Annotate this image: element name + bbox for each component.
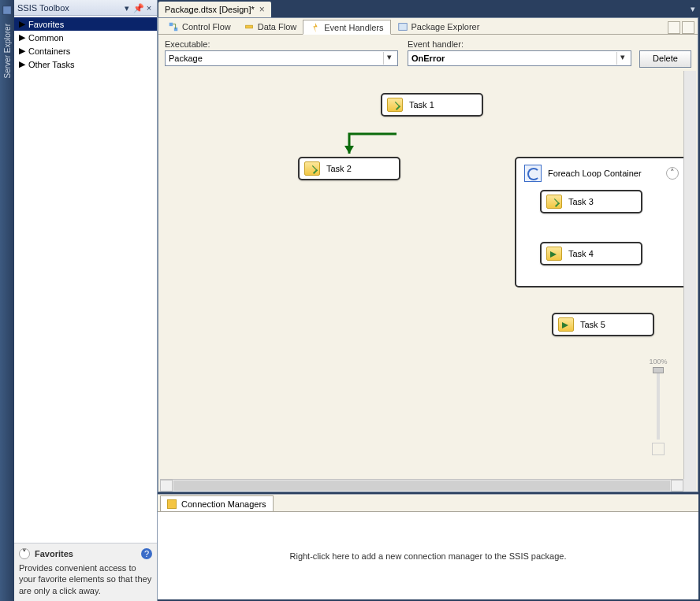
task-icon bbox=[546, 195, 562, 209]
toolbox-header: SSIS Toolbox ▾ 📌 × bbox=[14, 0, 157, 16]
toolbox-pin-icon[interactable]: 📌 bbox=[133, 3, 143, 13]
toolbox-description: ? ˅ Favorites Provides convenient access… bbox=[14, 543, 157, 601]
task-node-task2[interactable]: Task 2 bbox=[298, 157, 400, 180]
event-handler-value: OnError bbox=[411, 54, 445, 63]
event-handler-controls: Executable: Package ▾ Event handler: OnE… bbox=[158, 35, 698, 71]
cm-tab-strip: Connection Managers bbox=[158, 495, 698, 512]
task-node-task3[interactable]: Task 3 bbox=[540, 190, 642, 213]
svg-marker-5 bbox=[344, 146, 354, 154]
chevron-down-icon: ▾ bbox=[616, 52, 627, 65]
caret-icon: ▶ bbox=[19, 32, 25, 43]
tab-label: Control Flow bbox=[182, 22, 231, 32]
svg-rect-0 bbox=[3, 6, 12, 15]
control-flow-icon bbox=[168, 21, 179, 32]
task-label: Task 3 bbox=[568, 197, 594, 206]
desc-title: Favorites bbox=[35, 549, 73, 558]
close-icon[interactable]: × bbox=[259, 4, 265, 15]
designer-surface: Control Flow Data Flow Event Handlers Pa… bbox=[158, 17, 698, 492]
desc-text: Provides convenient access to your favor… bbox=[19, 562, 152, 596]
zoom-track[interactable] bbox=[657, 369, 660, 440]
foreach-loop-container[interactable]: Foreach Loop Container ˄ Task 3 Task 4 bbox=[515, 157, 688, 288]
task-node-task4[interactable]: Task 4 bbox=[540, 242, 642, 265]
designer-tab-strip: Control Flow Data Flow Event Handlers Pa… bbox=[158, 18, 698, 35]
scrollbar-vertical[interactable] bbox=[683, 71, 696, 479]
toolbox-title: SSIS Toolbox bbox=[17, 3, 69, 13]
toolbox-item-label: Other Tasks bbox=[28, 60, 75, 69]
document-tab-bar: Package.dtsx [Design]* × ▾ bbox=[158, 0, 700, 17]
task-node-task1[interactable]: Task 1 bbox=[381, 93, 483, 117]
zoom-thumb[interactable] bbox=[653, 367, 664, 373]
server-explorer-rail[interactable]: Server Explorer bbox=[0, 0, 14, 601]
event-handler-dropdown[interactable]: OnError ▾ bbox=[408, 50, 631, 66]
connection-managers-panel: Connection Managers Right-click here to … bbox=[158, 494, 698, 599]
task-label: Task 5 bbox=[580, 320, 605, 329]
collapse-icon[interactable]: ˄ bbox=[666, 167, 679, 180]
designer-canvas[interactable]: Task 1 Task 2 Foreach Loop Container ˄ bbox=[160, 71, 683, 479]
data-flow-icon bbox=[244, 21, 255, 32]
toolbox-tree: ▶ Favorites ▶ Common ▶ Containers ▶ Othe… bbox=[14, 16, 157, 543]
cm-tab-label: Connection Managers bbox=[181, 499, 266, 509]
toolbox-item-label: Favorites bbox=[28, 20, 64, 29]
executable-dropdown[interactable]: Package ▾ bbox=[165, 50, 398, 66]
collapse-icon[interactable]: ˅ bbox=[19, 548, 30, 559]
zoom-fit-icon[interactable] bbox=[652, 443, 665, 455]
help-icon[interactable]: ? bbox=[141, 548, 152, 559]
toolbox-item-label: Containers bbox=[28, 46, 70, 56]
svg-rect-4 bbox=[398, 23, 407, 30]
task-label: Task 4 bbox=[568, 249, 594, 258]
server-explorer-icon bbox=[2, 5, 13, 16]
main-area: Package.dtsx [Design]* × ▾ Control Flow … bbox=[158, 0, 700, 601]
executable-label: Executable: bbox=[165, 39, 398, 49]
document-tab-label: Package.dtsx [Design]* bbox=[165, 5, 255, 14]
toolbar-btn-1[interactable] bbox=[668, 21, 680, 34]
task-icon bbox=[387, 98, 403, 112]
task-icon bbox=[304, 161, 320, 176]
caret-icon: ▶ bbox=[19, 46, 25, 56]
svg-rect-3 bbox=[245, 25, 252, 28]
tab-overflow-icon[interactable]: ▾ bbox=[691, 4, 695, 14]
tab-data-flow[interactable]: Data Flow bbox=[237, 19, 303, 34]
task-icon bbox=[546, 247, 562, 261]
executable-value: Package bbox=[169, 54, 203, 63]
server-explorer-label: Server Explorer bbox=[3, 24, 12, 78]
delete-button-label: Delete bbox=[653, 54, 678, 63]
caret-icon: ▶ bbox=[19, 59, 25, 69]
toolbox-item-common[interactable]: ▶ Common bbox=[14, 31, 157, 44]
scroll-corner bbox=[683, 479, 696, 492]
cm-hint-text: Right-click here to add a new connection… bbox=[290, 551, 567, 561]
connection-manager-icon bbox=[167, 499, 177, 509]
foreach-loop-icon bbox=[524, 165, 542, 182]
scrollbar-horizontal[interactable] bbox=[160, 479, 683, 492]
document-tab[interactable]: Package.dtsx [Design]* × bbox=[158, 2, 271, 17]
event-handlers-icon bbox=[310, 22, 321, 33]
toolbox-item-other-tasks[interactable]: ▶ Other Tasks bbox=[14, 58, 157, 71]
event-handler-label: Event handler: bbox=[408, 39, 691, 49]
toolbox-close-icon[interactable]: × bbox=[144, 3, 154, 13]
tab-label: Package Explorer bbox=[411, 22, 480, 32]
tab-label: Data Flow bbox=[258, 22, 297, 32]
delete-button[interactable]: Delete bbox=[639, 50, 691, 68]
tab-label: Event Handlers bbox=[324, 23, 383, 32]
toolbar-btn-2[interactable] bbox=[682, 21, 694, 34]
task-label: Task 1 bbox=[409, 100, 434, 109]
tab-package-explorer[interactable]: Package Explorer bbox=[391, 19, 486, 34]
package-explorer-icon bbox=[397, 21, 408, 32]
toolbox-item-containers[interactable]: ▶ Containers bbox=[14, 44, 157, 58]
zoom-control[interactable]: 100% bbox=[649, 358, 668, 455]
canvas-viewport: Task 1 Task 2 Foreach Loop Container ˄ bbox=[160, 71, 696, 492]
container-label: Foreach Loop Container bbox=[548, 169, 642, 178]
task-label: Task 2 bbox=[326, 164, 352, 173]
tab-control-flow[interactable]: Control Flow bbox=[162, 19, 237, 34]
toolbox-dropdown-icon[interactable]: ▾ bbox=[122, 3, 132, 13]
chevron-down-icon: ▾ bbox=[383, 52, 394, 65]
cm-body[interactable]: Right-click here to add a new connection… bbox=[158, 512, 698, 599]
tab-connection-managers[interactable]: Connection Managers bbox=[160, 495, 274, 511]
task-icon bbox=[558, 317, 574, 332]
task-node-task5[interactable]: Task 5 bbox=[552, 313, 654, 336]
caret-icon: ▶ bbox=[19, 19, 25, 29]
zoom-label: 100% bbox=[649, 358, 667, 365]
toolbox-item-favorites[interactable]: ▶ Favorites bbox=[14, 17, 157, 31]
tab-event-handlers[interactable]: Event Handlers bbox=[303, 20, 390, 35]
ssis-toolbox-panel: SSIS Toolbox ▾ 📌 × ▶ Favorites ▶ Common … bbox=[14, 0, 158, 601]
svg-rect-1 bbox=[169, 22, 173, 25]
